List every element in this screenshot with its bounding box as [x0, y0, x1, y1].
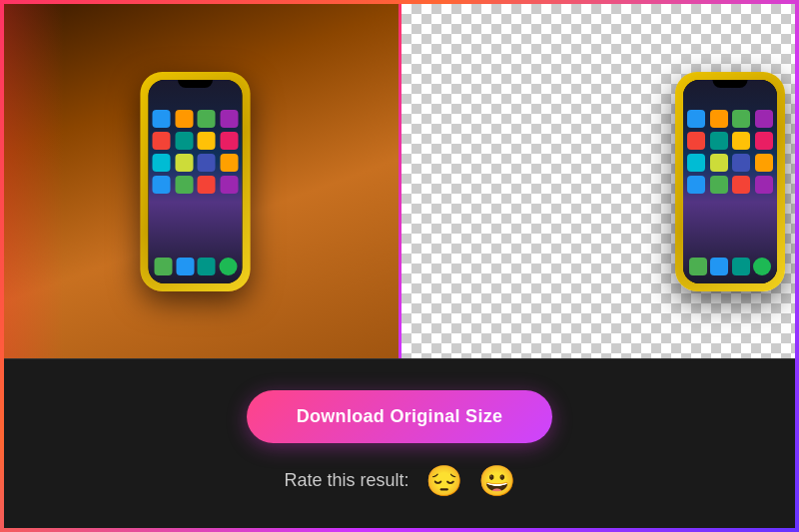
original-phone	[141, 72, 251, 291]
app-icon	[710, 154, 728, 172]
app-icon	[687, 176, 705, 194]
app-icon	[687, 154, 705, 172]
rating-label: Rate this result:	[284, 470, 408, 491]
app-icon	[710, 176, 728, 194]
dock-icon	[710, 258, 728, 275]
app-icon	[687, 132, 705, 150]
phone-screen-content-result	[683, 80, 777, 283]
app-icon	[220, 154, 238, 172]
happy-rating-button[interactable]: 😀	[478, 463, 515, 498]
original-image-bg	[4, 4, 399, 358]
dock-icon	[219, 258, 237, 275]
app-icon	[710, 110, 728, 128]
phone-case-yellow-result	[675, 72, 785, 291]
left-edge-glow	[4, 4, 64, 358]
app-icon	[175, 110, 193, 128]
download-button[interactable]: Download Original Size	[247, 390, 553, 443]
page-wrapper: Download Original Size Rate this result:…	[0, 0, 799, 532]
app-icon	[198, 132, 216, 150]
app-icon	[153, 176, 171, 194]
app-icon	[175, 176, 193, 194]
phone-screen-result	[683, 80, 777, 283]
app-icon	[175, 154, 193, 172]
app-icon	[732, 176, 750, 194]
dock-icon	[198, 258, 216, 275]
result-image-panel	[401, 4, 796, 358]
phone-case-yellow	[141, 72, 251, 291]
dock-icon	[689, 258, 707, 275]
phone-screen-content	[149, 80, 243, 283]
bottom-section: Download Original Size Rate this result:…	[4, 358, 795, 528]
app-icon	[198, 110, 216, 128]
app-icon	[153, 154, 171, 172]
app-icon	[732, 132, 750, 150]
phone-dock-result	[687, 258, 773, 275]
dock-icon	[155, 258, 173, 275]
app-icon	[732, 154, 750, 172]
phone-screen	[149, 80, 243, 283]
inner-wrapper: Download Original Size Rate this result:…	[4, 4, 795, 528]
phone-notch-result	[713, 80, 748, 88]
dock-icon	[753, 258, 771, 275]
images-section	[4, 4, 795, 358]
app-icon	[153, 132, 171, 150]
app-icon	[175, 132, 193, 150]
dock-icon	[176, 258, 194, 275]
app-icon	[220, 110, 238, 128]
phone-dock	[153, 258, 239, 275]
app-icon	[732, 110, 750, 128]
app-icon	[153, 110, 171, 128]
app-icon	[220, 176, 238, 194]
app-grid	[153, 110, 239, 194]
app-icon	[710, 132, 728, 150]
app-icon	[755, 154, 773, 172]
app-icon	[687, 110, 705, 128]
dock-icon	[732, 258, 750, 275]
app-icon	[220, 132, 238, 150]
app-icon	[755, 132, 773, 150]
phone-notch	[178, 80, 213, 88]
app-grid-result	[687, 110, 773, 194]
app-icon	[755, 110, 773, 128]
sad-rating-button[interactable]: 😔	[425, 463, 462, 498]
original-image-panel	[4, 4, 399, 358]
app-icon	[198, 154, 216, 172]
app-icon	[755, 176, 773, 194]
result-phone	[675, 72, 785, 291]
rating-row: Rate this result: 😔 😀	[284, 463, 514, 498]
app-icon	[198, 176, 216, 194]
